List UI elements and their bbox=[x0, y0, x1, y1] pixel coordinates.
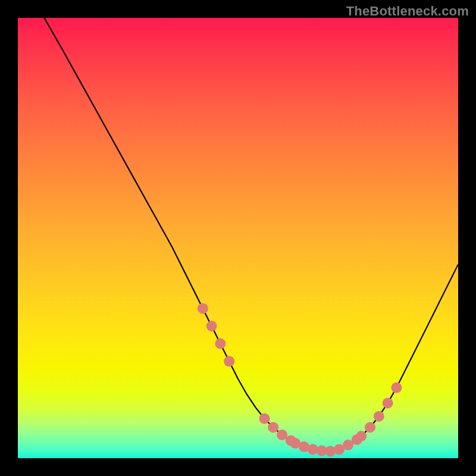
dot bbox=[383, 398, 393, 409]
dot bbox=[365, 422, 375, 433]
dot bbox=[198, 303, 208, 314]
watermark-text: TheBottleneck.com bbox=[346, 4, 469, 19]
dot bbox=[268, 422, 278, 433]
dot bbox=[259, 413, 270, 424]
dot bbox=[374, 411, 384, 422]
dot bbox=[215, 339, 226, 349]
dot bbox=[325, 446, 336, 456]
chart-stage: TheBottleneck.com bbox=[0, 0, 476, 476]
plot-area bbox=[18, 18, 458, 458]
curve-layer bbox=[18, 18, 458, 458]
dot bbox=[391, 383, 402, 393]
dot bbox=[277, 430, 287, 440]
dot bbox=[206, 321, 217, 331]
dot bbox=[356, 431, 367, 441]
highlight-dots bbox=[198, 303, 402, 456]
dot bbox=[224, 356, 234, 367]
